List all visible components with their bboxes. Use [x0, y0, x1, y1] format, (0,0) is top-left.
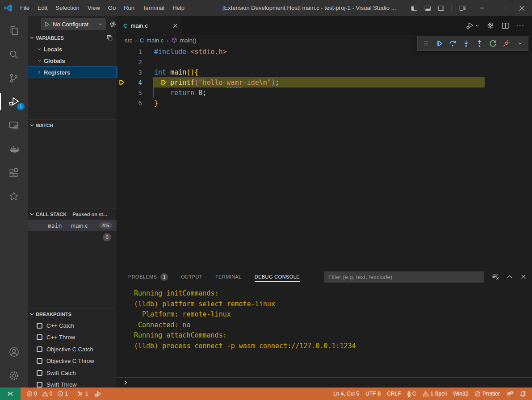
disconnect-icon[interactable]	[500, 37, 512, 50]
debug-console-output[interactable]: Running initCommands:(lldb) platform sel…	[117, 285, 532, 377]
thread-row[interactable]: 0	[28, 231, 117, 243]
toolbar-drag-handle[interactable]	[420, 37, 432, 50]
start-debug-icon[interactable]	[44, 21, 50, 27]
menu-file[interactable]: File	[16, 0, 34, 16]
debug-status[interactable]	[92, 388, 105, 400]
breakpoint-item[interactable]: C++ Catch	[28, 320, 117, 332]
activity-star[interactable]	[0, 184, 28, 208]
toggle-panel-icon[interactable]	[424, 5, 431, 12]
toggle-sidebar-icon[interactable]	[411, 5, 418, 12]
close-button[interactable]	[512, 0, 532, 16]
split-editor-icon[interactable]	[502, 22, 509, 29]
clear-console-icon[interactable]	[492, 273, 499, 280]
menu-view[interactable]: View	[84, 0, 104, 16]
maximize-panel-icon[interactable]	[507, 274, 513, 280]
feedback-button[interactable]	[503, 388, 516, 400]
menu-help[interactable]: Help	[168, 0, 189, 16]
tab-main-c[interactable]: C main.c	[117, 16, 182, 35]
breadcrumb-src[interactable]: src	[125, 37, 132, 44]
activity-remote-explorer[interactable]	[0, 113, 28, 137]
eol-status[interactable]: CRLF	[384, 388, 404, 400]
toggle-secondary-sidebar-icon[interactable]	[438, 5, 444, 12]
close-panel-icon[interactable]	[520, 274, 527, 280]
platform-status[interactable]: Win32	[450, 388, 471, 400]
breakpoint-checkbox[interactable]	[37, 358, 42, 364]
encoding-status[interactable]: UTF-8	[362, 388, 384, 400]
configure-gear-icon[interactable]	[109, 21, 117, 28]
activity-explorer[interactable]	[0, 19, 28, 42]
activity-account[interactable]	[0, 340, 28, 364]
menu-edit[interactable]: Edit	[34, 0, 51, 16]
code-line-2[interactable]: 2	[117, 57, 532, 67]
code-line-3[interactable]: 3int main(){	[117, 67, 532, 77]
panel-tab-terminal[interactable]: TERMINAL	[215, 268, 242, 285]
minimize-button[interactable]	[472, 0, 492, 16]
panel-tab-problems[interactable]: PROBLEMS1	[128, 268, 168, 285]
notifications-bell[interactable]	[516, 388, 529, 400]
menu-selection[interactable]: Selection	[51, 0, 83, 16]
breakpoint-item[interactable]: Objective C Throw	[28, 355, 117, 367]
language-status[interactable]: {}C	[404, 388, 419, 400]
symbol-method-icon	[171, 37, 177, 43]
code-line-6[interactable]: 6}	[117, 98, 532, 108]
settings-gear-icon[interactable]	[486, 21, 494, 29]
activity-docker[interactable]	[0, 137, 28, 161]
scope-locals[interactable]: Locals	[28, 43, 117, 55]
more-actions-icon[interactable]: ···	[516, 22, 525, 29]
breakpoint-checkbox[interactable]	[37, 382, 42, 388]
maximize-button[interactable]	[492, 0, 512, 16]
breakpoints-list: C++ CatchC++ ThrowObjective C CatchObjec…	[28, 320, 117, 388]
activity-extensions[interactable]	[0, 161, 28, 184]
launch-config-label: No Configurat	[53, 21, 96, 28]
menu-terminal[interactable]: Terminal	[138, 0, 168, 16]
continue-icon[interactable]	[433, 37, 445, 50]
run-or-debug-button[interactable]	[466, 21, 479, 30]
customize-layout-icon[interactable]	[459, 5, 466, 12]
activity-search[interactable]	[0, 42, 28, 66]
menu-go[interactable]: Go	[104, 0, 120, 16]
copy-value-icon[interactable]	[106, 34, 113, 41]
chevron-down-icon[interactable]	[514, 37, 526, 50]
breakpoint-item[interactable]: C++ Throw	[28, 332, 117, 344]
breakpoints-header[interactable]: BREAKPOINTS	[28, 308, 117, 320]
breakpoint-checkbox[interactable]	[37, 370, 42, 376]
breadcrumb-symbol[interactable]: main()	[180, 37, 197, 44]
remote-indicator[interactable]	[0, 388, 21, 400]
panel-tab-debug-console[interactable]: DEBUG CONSOLE	[255, 268, 300, 285]
console-filter-input[interactable]	[324, 271, 484, 283]
step-into-icon[interactable]	[460, 37, 472, 50]
breakpoint-checkbox[interactable]	[37, 323, 42, 329]
step-over-icon[interactable]	[447, 37, 459, 50]
call-stack-header[interactable]: CALL STACK Paused on st...	[28, 208, 117, 220]
restart-icon[interactable]	[487, 37, 499, 50]
debug-console-input[interactable]	[117, 377, 532, 388]
step-out-icon[interactable]	[473, 37, 486, 50]
scope-globals[interactable]: Globals	[28, 55, 117, 67]
code-line-5[interactable]: 5 return 0;	[117, 88, 532, 98]
panel-tab-output[interactable]: OUTPUT	[181, 268, 202, 285]
code-line-4[interactable]: 4 printf("hello wamr-ide\n");	[117, 77, 532, 88]
variables-header[interactable]: VARIABLES	[28, 32, 117, 43]
activity-run-debug[interactable]: 1	[0, 90, 28, 113]
breakpoint-checkbox[interactable]	[37, 334, 42, 340]
spell-status[interactable]: 1 Spell	[419, 388, 450, 400]
formatter-status[interactable]: Prettier	[471, 388, 503, 400]
editor-actions: ···	[466, 16, 532, 35]
menu-run[interactable]: Run	[120, 0, 138, 16]
tab-close-icon[interactable]	[173, 23, 178, 28]
code-area[interactable]: 1#include <stdio.h>23int main(){4 printf…	[117, 46, 532, 268]
scope-registers[interactable]: Registers	[28, 67, 117, 78]
activity-source-control[interactable]	[0, 66, 28, 90]
tools-status[interactable]: 1	[74, 388, 92, 400]
breakpoint-item[interactable]: Swift Catch	[28, 367, 117, 379]
cursor-position[interactable]: Ln 4, Col 5	[330, 388, 362, 400]
breakpoint-item[interactable]: Swift Throw	[28, 379, 117, 388]
activity-settings[interactable]	[0, 364, 28, 388]
stack-frame-row[interactable]: main main.c 4:5	[28, 220, 117, 231]
launch-config-dropdown[interactable]: No Configurat	[41, 18, 106, 30]
breakpoint-item[interactable]: Objective C Catch	[28, 343, 117, 355]
watch-header[interactable]: WATCH	[28, 120, 117, 131]
breakpoint-checkbox[interactable]	[37, 346, 42, 352]
problems-status[interactable]: 0 0 1	[23, 388, 74, 400]
breadcrumb-file[interactable]: main.c	[147, 37, 163, 44]
